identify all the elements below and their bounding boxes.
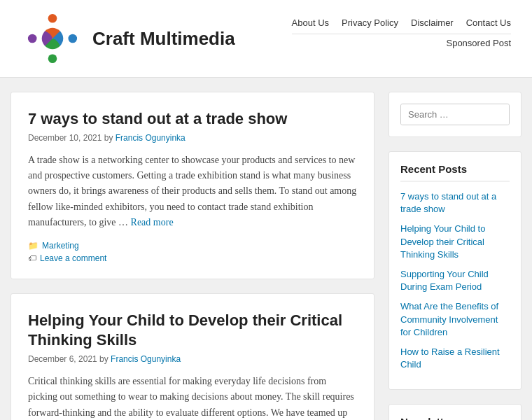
article-meta: December 10, 2021 by Francis Ogunyinka xyxy=(28,133,357,143)
article-meta: December 6, 2021 by Francis Ogunyinka xyxy=(28,354,357,364)
nav-bottom: Sponsored Post xyxy=(446,38,511,48)
article-author-link[interactable]: Francis Ogunyinka xyxy=(115,133,186,143)
newsletter-widget: Newsletter First N... xyxy=(388,404,522,420)
recent-post-link[interactable]: 7 ways to stand out at a trade show xyxy=(400,191,496,214)
article-category-item: 📁 Marketing xyxy=(28,241,357,251)
search-input[interactable] xyxy=(401,104,510,125)
article-title-link[interactable]: Helping Your Child to Develop their Crit… xyxy=(28,312,342,349)
list-item: 7 ways to stand out at a trade show xyxy=(400,190,510,216)
svg-point-0 xyxy=(48,14,57,23)
site-header: Craft Multimedia About Us Privacy Policy… xyxy=(0,0,532,78)
article-author-link[interactable]: Francis Ogunyinka xyxy=(111,354,181,364)
newsletter-title: Newsletter xyxy=(400,416,510,420)
article-excerpt: A trade show is a networking center to s… xyxy=(28,153,357,231)
read-more-link[interactable]: Read more xyxy=(131,217,174,227)
site-container: 7 ways to stand out at a trade show Dece… xyxy=(0,78,532,420)
nav-contact[interactable]: Contact Us xyxy=(466,18,511,28)
article-footer: 📁 Marketing 🏷 Leave a comment xyxy=(28,241,357,263)
site-nav: About Us Privacy Policy Disclaimer Conta… xyxy=(292,7,511,48)
site-logo xyxy=(21,7,84,70)
recent-post-link[interactable]: How to Raise a Resilient Child xyxy=(400,346,500,370)
nav-divider xyxy=(292,34,511,34)
article-comments-item: 🏷 Leave a comment xyxy=(28,253,357,263)
recent-post-link[interactable]: What Are the Benefits of Community Invol… xyxy=(400,301,498,337)
site-branding: Craft Multimedia xyxy=(21,7,235,77)
folder-icon: 📁 xyxy=(28,241,38,251)
recent-post-link[interactable]: Helping Your Child to Develop their Crit… xyxy=(400,223,485,259)
list-item: How to Raise a Resilient Child xyxy=(400,346,510,371)
recent-post-link[interactable]: Supporting Your Child During Exam Period xyxy=(400,269,489,292)
nav-disclaimer[interactable]: Disclaimer xyxy=(411,18,454,28)
nav-about[interactable]: About Us xyxy=(292,18,329,28)
recent-posts-list: 7 ways to stand out at a trade show Help… xyxy=(400,190,510,371)
nav-sponsored[interactable]: Sponsored Post xyxy=(446,38,511,48)
article-card: 7 ways to stand out at a trade show Dece… xyxy=(10,92,374,279)
tag-icon: 🏷 xyxy=(28,253,36,263)
article-category-link[interactable]: Marketing xyxy=(42,241,79,251)
recent-posts-title: Recent Posts xyxy=(400,163,510,182)
article-comments-link[interactable]: Leave a comment xyxy=(40,253,106,263)
svg-point-2 xyxy=(48,55,57,64)
list-item: What Are the Benefits of Community Invol… xyxy=(400,300,510,339)
site-title: Craft Multimedia xyxy=(92,28,235,50)
search-widget: 🔍 xyxy=(388,92,522,137)
nav-privacy[interactable]: Privacy Policy xyxy=(342,18,398,28)
article-card: Helping Your Child to Develop their Crit… xyxy=(10,293,374,420)
list-item: Helping Your Child to Develop their Crit… xyxy=(400,223,510,261)
article-title: 7 ways to stand out at a trade show xyxy=(28,109,357,130)
list-item: Supporting Your Child During Exam Period xyxy=(400,268,510,293)
main-content: 7 ways to stand out at a trade show Dece… xyxy=(10,92,374,420)
svg-point-1 xyxy=(69,34,78,43)
search-form: 🔍 xyxy=(400,104,510,125)
article-title: Helping Your Child to Develop their Crit… xyxy=(28,311,357,351)
nav-top: About Us Privacy Policy Disclaimer Conta… xyxy=(292,18,511,28)
sidebar: 🔍 Recent Posts 7 ways to stand out at a … xyxy=(388,92,522,420)
article-title-link[interactable]: 7 ways to stand out at a trade show xyxy=(28,110,287,127)
svg-point-3 xyxy=(28,34,37,43)
recent-posts-widget: Recent Posts 7 ways to stand out at a tr… xyxy=(388,151,522,390)
article-excerpt: Critical thinking skills are essential f… xyxy=(28,374,357,420)
